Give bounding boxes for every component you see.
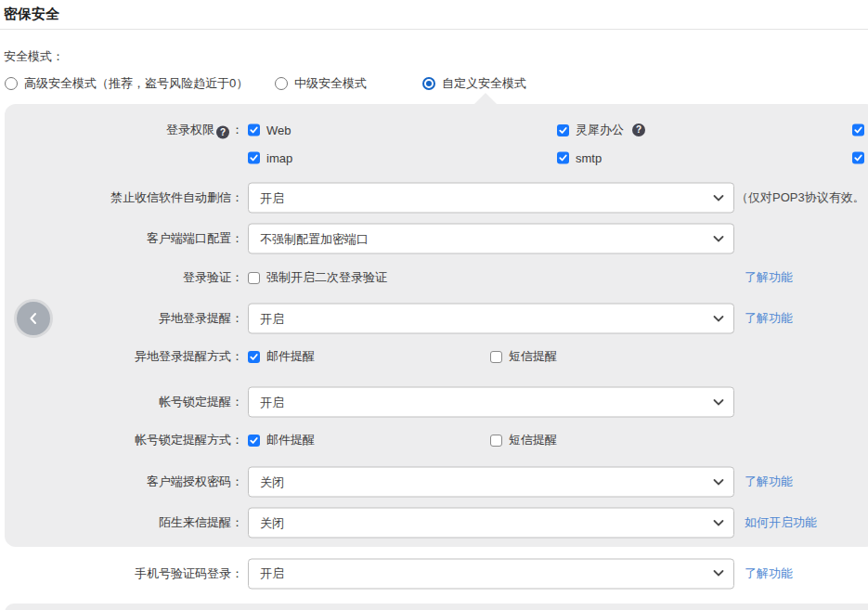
row-remote-login-alert: 异地登录提醒： 开启 了解功能	[5, 303, 868, 334]
client-port-label: 客户端端口配置：	[5, 230, 243, 247]
custom-mode-panel: 登录权限?： Web 灵犀办公 ? imap smtp	[5, 104, 868, 547]
security-settings-page: 密保安全 安全模式： 高级安全模式（推荐，盗号风险趋近于0） 中级安全模式 自定…	[0, 0, 868, 610]
checkbox-label: 强制开启二次登录验证	[266, 269, 387, 286]
radio-checked-icon[interactable]	[422, 77, 435, 90]
remote-method-label: 异地登录提醒方式：	[5, 348, 243, 365]
pop3-note: （仅对POP3协议有效。	[736, 189, 865, 206]
stranger-mail-select[interactable]: 关闭	[248, 508, 734, 539]
lock-method-label: 帐号锁定提醒方式：	[5, 432, 243, 448]
checkbox-label: 邮件提醒	[266, 348, 315, 365]
panel-notch	[474, 93, 497, 104]
checkbox-force-2fa[interactable]: 强制开启二次登录验证	[248, 269, 387, 286]
checkbox-label: Web	[266, 123, 291, 137]
checkbox-checked-icon[interactable]	[852, 124, 864, 136]
row-lock-alert-method: 帐号锁定提醒方式： 邮件提醒 短信提醒	[5, 432, 868, 448]
checkbox-web[interactable]: Web	[248, 123, 291, 137]
radio-advanced-mode[interactable]: 高级安全模式（推荐，盗号风险趋近于0）	[5, 75, 248, 92]
chevron-down-icon	[713, 570, 724, 578]
checkbox-checked-icon[interactable]	[557, 152, 569, 164]
checkbox-imap[interactable]: imap	[248, 151, 292, 165]
checkbox-unchecked-icon[interactable]	[248, 272, 260, 284]
security-mode-label: 安全模式：	[4, 48, 64, 65]
row-client-auth-password: 客户端授权密码： 关闭 了解功能	[5, 466, 868, 498]
select-value: 关闭	[260, 474, 284, 490]
checkbox-lock-mail-alert[interactable]: 邮件提醒	[248, 432, 315, 448]
chevron-down-icon	[713, 315, 724, 322]
row-lock-alert: 帐号锁定提醒： 开启	[5, 386, 868, 418]
pop3-delete-label: 禁止收信软件自动删信：	[5, 189, 243, 206]
row-phone-code-login: 手机号验证码登录： 开启 了解功能	[5, 558, 868, 589]
chevron-down-icon	[713, 398, 724, 406]
radio-icon[interactable]	[275, 77, 288, 90]
phone-code-login-label: 手机号验证码登录：	[5, 565, 243, 582]
chevron-down-icon	[713, 519, 724, 526]
phone-code-login-select[interactable]: 开启	[248, 558, 734, 589]
next-section-panel-edge	[5, 604, 868, 610]
select-value: 关闭	[260, 514, 284, 531]
radio-label: 中级安全模式	[294, 75, 367, 92]
remote-alert-learn-link[interactable]: 了解功能	[745, 310, 793, 327]
carousel-previous-button[interactable]	[14, 299, 53, 338]
checkbox-checked-icon[interactable]	[557, 124, 569, 136]
checkbox-remote-sms-alert[interactable]: 短信提醒	[490, 348, 557, 365]
radio-icon[interactable]	[5, 77, 18, 90]
stranger-mail-howto-link[interactable]: 如何开启功能	[745, 514, 817, 531]
stranger-mail-label: 陌生来信提醒：	[5, 514, 243, 531]
help-icon[interactable]: ?	[216, 126, 229, 139]
login-verify-learn-link[interactable]: 了解功能	[745, 269, 793, 286]
checkbox-label: 灵犀办公	[576, 122, 624, 138]
chevron-down-icon	[713, 194, 724, 201]
checkbox-checked-icon[interactable]	[248, 152, 260, 164]
page-title: 密保安全	[4, 6, 59, 23]
checkbox-checked-icon[interactable]	[248, 435, 260, 447]
checkbox-label: imap	[266, 151, 292, 165]
select-value: 开启	[260, 310, 284, 327]
checkbox-unchecked-icon[interactable]	[490, 351, 502, 363]
checkbox-label: 短信提醒	[509, 348, 557, 365]
row-stranger-mail-alert: 陌生来信提醒： 关闭 如何开启功能	[5, 507, 868, 539]
radio-label: 高级安全模式（推荐，盗号风险趋近于0）	[24, 75, 248, 92]
lock-alert-select[interactable]: 开启	[248, 387, 734, 418]
row-login-permission-2: imap smtp	[5, 149, 868, 166]
row-remote-alert-method: 异地登录提醒方式： 邮件提醒 短信提醒	[5, 348, 868, 365]
row-login-verify: 登录验证： 强制开启二次登录验证 了解功能	[5, 269, 868, 286]
help-icon[interactable]: ?	[632, 123, 645, 136]
phone-code-login-learn-link[interactable]: 了解功能	[745, 565, 793, 582]
client-port-select[interactable]: 不强制配置加密端口	[248, 224, 734, 254]
login-verify-label: 登录验证：	[5, 269, 243, 286]
checkbox-smtp[interactable]: smtp	[557, 151, 602, 165]
chevron-left-icon	[26, 311, 41, 326]
row-login-permission: 登录权限?： Web 灵犀办公 ?	[5, 122, 868, 138]
row-client-port: 客户端端口配置： 不强制配置加密端口	[5, 223, 868, 254]
checkbox-checked-icon[interactable]	[248, 351, 260, 363]
checkbox-checked-icon[interactable]	[852, 152, 864, 164]
select-value: 开启	[260, 565, 284, 582]
checkbox-checked-icon[interactable]	[248, 124, 260, 136]
client-auth-label: 客户端授权密码：	[5, 474, 243, 490]
checkbox-unchecked-icon[interactable]	[490, 435, 502, 447]
select-value: 不强制配置加密端口	[260, 230, 369, 247]
login-permission-label: 登录权限?：	[5, 122, 243, 139]
checkbox-remote-mail-alert[interactable]: 邮件提醒	[248, 348, 315, 365]
chevron-down-icon	[713, 478, 724, 486]
select-value: 开启	[260, 394, 284, 410]
checkbox-lingxi-office[interactable]: 灵犀办公 ?	[557, 122, 647, 138]
pop3-delete-select[interactable]: 开启	[248, 183, 734, 214]
checkbox-label: 短信提醒	[509, 432, 557, 448]
checkbox-clipped-2[interactable]	[852, 152, 864, 164]
select-value: 开启	[260, 189, 284, 206]
radio-custom-mode[interactable]: 自定义安全模式	[422, 75, 526, 92]
radio-label: 自定义安全模式	[442, 75, 526, 92]
radio-medium-mode[interactable]: 中级安全模式	[275, 75, 367, 92]
checkbox-clipped-1[interactable]	[852, 124, 864, 136]
chevron-down-icon	[713, 235, 724, 242]
title-divider	[0, 29, 868, 30]
checkbox-lock-sms-alert[interactable]: 短信提醒	[490, 432, 557, 448]
row-pop3-delete: 禁止收信软件自动删信： 开启 （仅对POP3协议有效。	[5, 182, 868, 214]
lock-alert-label: 帐号锁定提醒：	[5, 394, 243, 410]
remote-alert-select[interactable]: 开启	[248, 304, 734, 334]
checkbox-label: 邮件提醒	[266, 432, 315, 448]
client-auth-learn-link[interactable]: 了解功能	[745, 474, 793, 490]
client-auth-select[interactable]: 关闭	[248, 467, 734, 498]
checkbox-label: smtp	[576, 151, 602, 165]
